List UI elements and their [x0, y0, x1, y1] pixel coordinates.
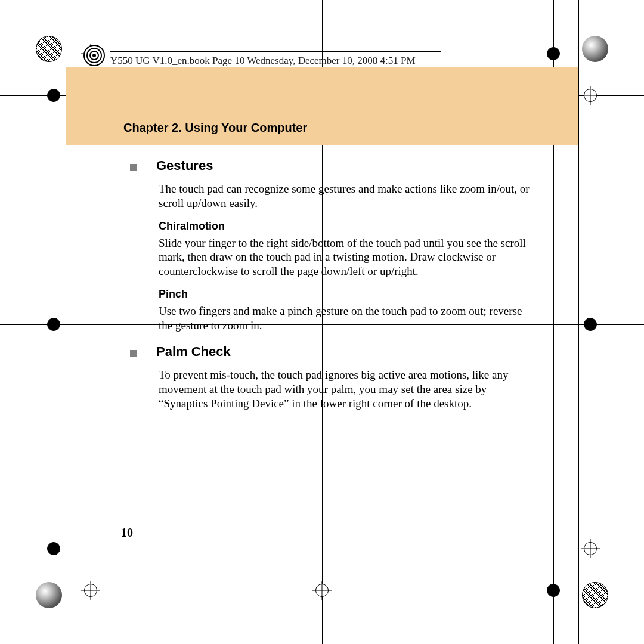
content-area: Gestures The touch pad can recognize som… — [130, 151, 535, 420]
subheading-pinch: Pinch — [159, 288, 535, 301]
crop-line — [578, 0, 579, 644]
registration-mark-icon — [584, 542, 597, 555]
chapter-banner: Chapter 2. Using Your Computer — [66, 67, 578, 145]
chapter-title: Chapter 2. Using Your Computer — [123, 121, 307, 135]
registration-ball-icon — [582, 36, 608, 62]
section-title: Palm Check — [156, 344, 231, 360]
page-body: Chapter 2. Using Your Computer Gestures … — [66, 67, 578, 556]
section-title: Gestures — [156, 158, 213, 174]
page-number: 10 — [121, 526, 133, 540]
square-bullet-icon — [130, 164, 137, 171]
binder-spiral-icon — [83, 45, 105, 66]
registration-mark-icon — [315, 584, 329, 597]
print-slip-text: Y550 UG V1.0_en.book Page 10 Wednesday, … — [110, 55, 416, 67]
section-gestures: Gestures — [130, 158, 535, 174]
registration-mark-icon — [47, 542, 60, 555]
registration-mark-icon — [47, 89, 60, 102]
registration-ball-icon — [36, 36, 62, 62]
registration-mark-icon — [47, 318, 60, 331]
registration-ball-icon — [582, 582, 608, 608]
registration-mark-icon — [84, 584, 97, 597]
subheading-chiralmotion: Chiralmotion — [159, 220, 535, 233]
registration-mark-icon — [547, 584, 560, 597]
square-bullet-icon — [130, 350, 137, 357]
registration-mark-icon — [584, 318, 597, 331]
gestures-intro: The touch pad can recognize some gesture… — [159, 182, 535, 210]
registration-mark-icon — [547, 47, 560, 60]
chiralmotion-body: Slide your finger to the right side/bott… — [159, 236, 535, 278]
registration-mark-icon — [584, 89, 597, 102]
registration-ball-icon — [36, 582, 62, 608]
section-palmcheck: Palm Check — [130, 344, 535, 360]
header-rule — [110, 51, 441, 52]
pinch-body: Use two fingers and make a pinch gesture… — [159, 304, 535, 333]
palmcheck-body: To prevent mis-touch, the touch pad igno… — [159, 368, 535, 410]
